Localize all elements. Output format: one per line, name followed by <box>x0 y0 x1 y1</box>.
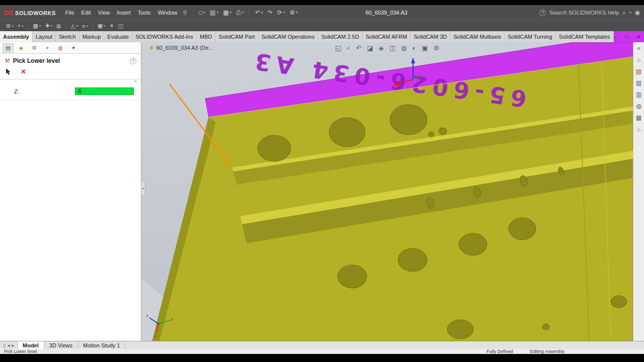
hole[interactable] <box>338 265 367 288</box>
edit-appearance-icon[interactable]: ◐ <box>412 44 416 52</box>
tab-layout[interactable]: Layout <box>33 31 56 42</box>
view-palette-icon[interactable]: ▥ <box>636 91 641 98</box>
tab-solidcam-operations[interactable]: SolidCAM Operations <box>259 31 318 42</box>
hole[interactable] <box>390 105 427 135</box>
menu-tools[interactable]: Tools <box>134 8 154 18</box>
view-orientation-icon[interactable]: ◈ <box>379 44 384 52</box>
tab-solidcam-turning[interactable]: SolidCAM Turning <box>505 31 556 42</box>
scroll-tabs-right-icon[interactable]: ▸ <box>12 343 14 348</box>
search-icon[interactable]: ⌕ <box>622 9 626 16</box>
hole[interactable] <box>459 233 487 255</box>
display-manager-tab[interactable]: ◍ <box>55 43 66 53</box>
show-hidden-button[interactable]: ◍ <box>54 22 63 30</box>
previous-view-icon[interactable]: ↶ <box>356 44 361 52</box>
pin-menu-icon[interactable]: ⚲ <box>183 10 187 16</box>
rebuild-button[interactable]: ⟳▾ <box>276 9 287 17</box>
display-style-icon[interactable]: ◫ <box>389 44 395 52</box>
user-icon[interactable]: ◉ <box>635 9 640 16</box>
pattern-button[interactable]: ▦▾ <box>31 22 43 30</box>
hole[interactable] <box>611 296 627 308</box>
help-icon[interactable]: ? <box>539 10 546 16</box>
assembly-features-button[interactable]: ◬▾ <box>69 22 80 30</box>
zoom-area-icon[interactable]: ⌕ <box>347 44 350 52</box>
menu-edit[interactable]: Edit <box>78 8 95 18</box>
tab-solidcam-3d[interactable]: SolidCAM 3D <box>411 31 450 42</box>
menu-window[interactable]: Window <box>154 8 181 18</box>
smart-fasteners-button[interactable]: ◫ <box>116 22 125 30</box>
property-manager-tab[interactable]: ◈ <box>16 43 27 53</box>
menu-insert[interactable]: Insert <box>113 8 134 18</box>
feature-manager-tab[interactable]: ▤ <box>3 43 14 53</box>
tab-3d-views[interactable]: 3D Views <box>44 341 78 349</box>
window-split-icon[interactable]: ▯ <box>3 343 6 348</box>
apply-scene-icon[interactable]: ▣ <box>422 44 428 52</box>
view-settings-icon[interactable]: ⚙ <box>433 44 439 52</box>
menu-file[interactable]: File <box>62 8 78 18</box>
model-canvas[interactable]: 65-6026-034 A3 z y x <box>141 42 633 341</box>
exploded-view-button[interactable]: ✶ <box>108 22 116 30</box>
bom-button[interactable]: ▣▾ <box>96 22 108 30</box>
file-explorer-icon[interactable]: ▧ <box>636 79 641 86</box>
options-button[interactable]: ⚙▾ <box>288 9 299 17</box>
hole[interactable] <box>439 128 447 135</box>
restore-window-icon[interactable]: □ <box>625 34 628 40</box>
appearances-scenes-icon[interactable]: ◍ <box>636 103 641 110</box>
hole[interactable] <box>428 132 434 137</box>
hole[interactable] <box>258 135 291 161</box>
hole[interactable] <box>447 320 473 339</box>
close-window-icon[interactable]: ✕ <box>636 34 640 40</box>
tab-solidcam-templates[interactable]: SolidCAM Templates <box>556 31 614 42</box>
minimize-window-icon[interactable]: ─ <box>614 34 617 40</box>
graphics-viewport[interactable]: ◈ 60_6039_034 A3 (De... ◱ ⌕ ↶ ◪ ◈ ◫ ◍ ◐ … <box>141 42 633 341</box>
menu-view[interactable]: View <box>95 8 114 18</box>
tab-model[interactable]: Model <box>18 341 44 349</box>
tab-evaluate[interactable]: Evaluate <box>104 31 132 42</box>
panel-help-icon[interactable]: ? <box>130 58 136 64</box>
tab-solidcam-afrm[interactable]: SolidCAM AFRM <box>363 31 411 42</box>
hole[interactable] <box>542 324 549 330</box>
scroll-tabs-left-icon[interactable]: ◂ <box>8 343 10 348</box>
open-button[interactable]: ▤▾ <box>208 9 220 17</box>
cancel-button[interactable]: ✕ <box>21 68 26 75</box>
tab-markup[interactable]: Markup <box>79 31 105 42</box>
tab-sketch[interactable]: Sketch <box>56 31 79 42</box>
search-caret-icon[interactable]: ▾ <box>629 11 631 15</box>
select-cursor-icon[interactable] <box>5 68 12 75</box>
hole[interactable] <box>329 118 365 147</box>
save-button[interactable]: ▦▾ <box>221 9 233 17</box>
tab-mbd[interactable]: MBD <box>197 31 215 42</box>
dassault-logo-icon: DS <box>4 9 13 17</box>
design-library-icon[interactable]: ▤ <box>636 68 641 75</box>
reference-geometry-button[interactable]: ≡▾ <box>80 23 90 30</box>
tab-assembly[interactable]: Assembly <box>0 31 33 42</box>
cam-manager-tab[interactable]: ✦ <box>68 43 79 53</box>
insert-components-button[interactable]: ⊞▾ <box>4 22 16 30</box>
hide-show-icon[interactable]: ◍ <box>401 44 407 52</box>
redo-button[interactable]: ↷ <box>266 9 274 17</box>
help-search-input[interactable]: Search SOLIDWORKS Help <box>549 10 619 16</box>
undo-button[interactable]: ↶▾ <box>254 9 265 17</box>
z-lower-level-input[interactable] <box>75 87 134 95</box>
tab-motion-study-1[interactable]: Motion Study 1 <box>78 341 125 349</box>
solidworks-resources-icon[interactable]: ⌂ <box>637 56 640 63</box>
panel-splitter-handle[interactable]: ◂ <box>141 181 145 196</box>
section-view-icon[interactable]: ◪ <box>367 44 373 52</box>
new-document-button[interactable]: □▾ <box>198 9 207 17</box>
tab-solidcam-part[interactable]: SolidCAM Part <box>216 31 259 42</box>
solidcam-task-icon[interactable]: ♨ <box>636 126 641 133</box>
hole[interactable] <box>509 218 536 240</box>
collapse-group-icon[interactable]: ^ <box>134 80 137 85</box>
move-component-button[interactable]: ✚▾ <box>43 22 54 30</box>
custom-properties-icon[interactable]: ▦ <box>636 114 641 121</box>
tab-solidcam-multiaxis[interactable]: SolidCAM Multiaxis <box>450 31 505 42</box>
collapse-task-pane-icon[interactable]: « <box>637 45 640 52</box>
dimxpert-manager-tab[interactable]: ⌖ <box>42 43 53 53</box>
tab-solidworks-add-ins[interactable]: SOLIDWORKS Add-Ins <box>132 31 197 42</box>
tab-solidcam-25d[interactable]: SolidCAM 2.5D <box>318 31 362 42</box>
hole[interactable] <box>398 248 427 272</box>
print-button[interactable]: ⎙▾ <box>234 9 245 17</box>
zoom-fit-icon[interactable]: ◱ <box>335 44 341 52</box>
breadcrumb[interactable]: ◈ 60_6039_034 A3 (De... <box>149 44 213 51</box>
mate-button[interactable]: ⌖▾ <box>16 22 26 30</box>
configuration-manager-tab[interactable]: ⚙ <box>29 43 40 53</box>
